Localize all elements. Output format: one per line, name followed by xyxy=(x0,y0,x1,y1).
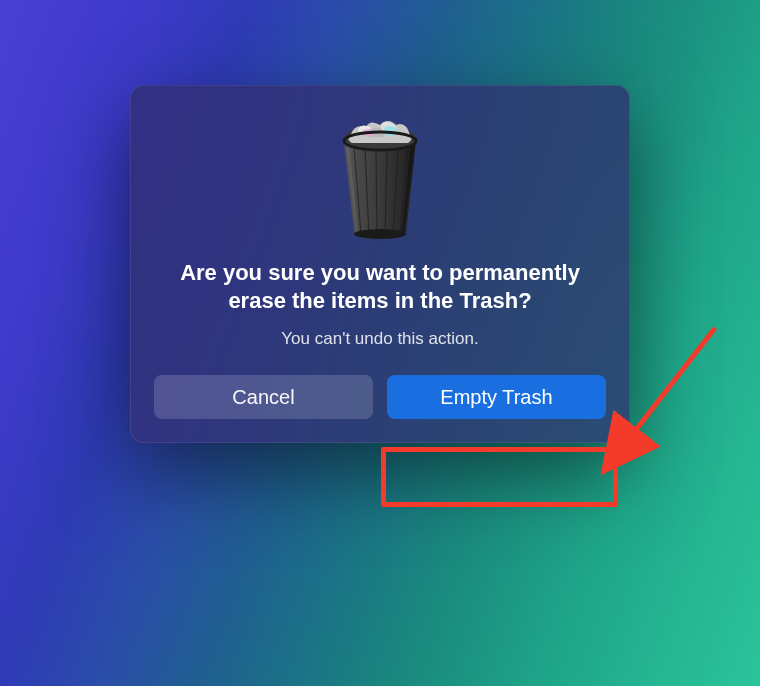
dialog-subtitle: You can't undo this action. xyxy=(154,329,606,349)
annotation-highlight-box xyxy=(381,447,618,507)
cancel-button[interactable]: Cancel xyxy=(154,375,373,419)
trash-full-icon xyxy=(325,111,435,241)
dialog-title: Are you sure you want to permanently era… xyxy=(154,259,606,315)
svg-point-4 xyxy=(354,229,406,239)
dialog-button-row: Cancel Empty Trash xyxy=(154,375,606,419)
empty-trash-button[interactable]: Empty Trash xyxy=(387,375,606,419)
svg-line-5 xyxy=(628,328,715,440)
empty-trash-dialog: Are you sure you want to permanently era… xyxy=(130,85,630,443)
